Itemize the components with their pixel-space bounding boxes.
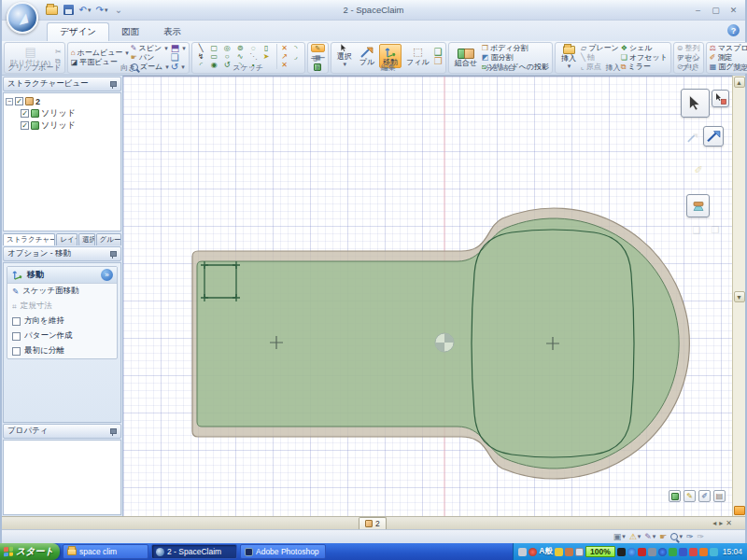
line-tool-icon[interactable] <box>195 44 207 52</box>
scroll-down-icon[interactable] <box>734 291 745 302</box>
tab-display[interactable]: 表示 <box>151 23 193 41</box>
measure-button[interactable]: 測定 <box>710 53 747 62</box>
view-box-button[interactable] <box>171 44 186 52</box>
tray-icon-keyboard[interactable] <box>518 548 527 556</box>
tab-groups[interactable]: グループ <box>96 233 121 245</box>
tab-structure-view[interactable]: ストラクチャービュー <box>3 233 55 245</box>
pan-status-button[interactable] <box>659 532 667 541</box>
tree-solid-row[interactable]: ✓ ソリッド <box>6 107 119 119</box>
pull-tool-float-button[interactable] <box>684 129 701 146</box>
tree-root-row[interactable]: − ✓ 2 <box>6 95 119 107</box>
fillet-tool-icon[interactable] <box>290 44 302 52</box>
pin-icon[interactable] <box>109 250 117 259</box>
polyline-tool-icon[interactable] <box>195 52 207 61</box>
annotate-mini-button[interactable] <box>698 490 711 502</box>
tray-icon-yellow[interactable] <box>555 548 563 556</box>
create-pattern-option[interactable]: パターン作成 <box>7 329 117 343</box>
view-stack-button[interactable] <box>171 53 186 62</box>
pin-icon[interactable] <box>109 80 117 89</box>
tab-drawing[interactable]: 図面 <box>109 23 151 41</box>
solid-checkbox[interactable]: ✓ <box>21 109 29 118</box>
chamfer-tool-icon[interactable] <box>290 52 302 61</box>
axis-button[interactable]: 軸 <box>581 53 619 62</box>
spin-status-button[interactable] <box>644 532 655 541</box>
replace-float-button[interactable] <box>707 221 724 238</box>
construction-circle-icon[interactable] <box>247 44 260 52</box>
circle-tool-icon[interactable] <box>221 44 233 52</box>
sketch-status-button[interactable] <box>686 532 694 541</box>
pen-tool-icon[interactable] <box>261 52 273 61</box>
construction-line-icon[interactable] <box>247 52 260 61</box>
spin-button[interactable]: スピン <box>131 44 169 52</box>
spline-tool-icon[interactable] <box>234 52 247 61</box>
sketch-move-option[interactable]: スケッチ面移動 <box>7 284 117 299</box>
start-button[interactable]: スタート <box>0 543 60 560</box>
tab-selection[interactable]: 選択 <box>78 233 95 245</box>
tray-icon-red[interactable] <box>529 548 537 556</box>
move-tool-float-button[interactable] <box>686 194 710 217</box>
keep-orientation-checkbox[interactable] <box>12 317 21 326</box>
split-tool-icon[interactable] <box>279 52 290 61</box>
tray-icon-redx[interactable] <box>689 548 698 556</box>
edit-sketch-mini-button[interactable] <box>684 490 696 502</box>
view-solid-mini-button[interactable] <box>669 490 681 502</box>
close-button[interactable] <box>726 4 741 16</box>
select-tool-float-button[interactable] <box>681 89 710 118</box>
tray-icon-green[interactable] <box>669 548 677 556</box>
canvas-vertical-scrollbar[interactable] <box>732 76 745 516</box>
document-tab[interactable]: 2 <box>359 517 387 529</box>
tree-solid-row[interactable]: ✓ ソリッド <box>6 119 119 132</box>
cylinder-tool-icon[interactable] <box>261 44 273 52</box>
sketch-mode-button[interactable] <box>311 44 325 52</box>
help-button[interactable] <box>727 24 740 36</box>
tab-layers[interactable]: レイヤ <box>56 233 78 245</box>
offset-button[interactable]: オフセット <box>621 53 668 62</box>
split-body-button[interactable]: ボディ分割 <box>482 44 549 52</box>
next-tab-button[interactable] <box>719 519 723 527</box>
customize-qat-button[interactable] <box>112 3 125 17</box>
detach-first-checkbox[interactable] <box>12 347 21 356</box>
tab-design[interactable]: デザイン <box>47 22 109 41</box>
corner-rectangle-icon[interactable] <box>208 52 220 61</box>
zoom-level-indicator[interactable]: 100% <box>585 546 615 557</box>
taskbar-clock[interactable]: 15:04 <box>723 547 742 556</box>
shell-button[interactable]: シェル <box>621 44 668 52</box>
tray-icon-orange[interactable] <box>699 548 708 556</box>
pan-button[interactable]: パン <box>131 53 169 62</box>
rectangle-tool-icon[interactable] <box>208 44 220 52</box>
split-face-button[interactable]: 面分割 <box>482 53 549 62</box>
open-button[interactable] <box>45 3 58 17</box>
create-pattern-checkbox[interactable] <box>12 332 21 341</box>
ellipse-tool-icon[interactable] <box>221 52 233 61</box>
fill-float-button[interactable] <box>688 221 705 238</box>
collapse-icon[interactable]: − <box>6 98 13 105</box>
pull-arrow-float-button[interactable] <box>703 126 724 147</box>
undo-button[interactable] <box>78 3 92 17</box>
tray-icon-silver[interactable] <box>648 548 656 556</box>
mass-properties-button[interactable]: マスプロパティ <box>710 44 747 52</box>
restore-button[interactable] <box>708 4 724 16</box>
align-button[interactable]: 整列 <box>677 44 700 52</box>
replace-button[interactable] <box>434 48 443 56</box>
scroll-up-icon[interactable] <box>734 77 745 88</box>
collapse-options-button[interactable] <box>101 269 113 281</box>
spaceclaim-logo-icon[interactable] <box>7 2 38 34</box>
design-canvas[interactable] <box>123 76 732 516</box>
taskbar-task-folder[interactable]: space clim <box>63 544 148 559</box>
tray-icon-cyan[interactable] <box>710 548 718 556</box>
prev-tab-button[interactable] <box>712 519 716 527</box>
redo-button[interactable] <box>95 3 108 17</box>
zoom-status-button[interactable] <box>670 533 683 540</box>
plane-button[interactable]: プレーン <box>581 44 619 52</box>
tray-icon-ati[interactable] <box>638 548 646 556</box>
cut-button[interactable] <box>55 48 62 56</box>
home-view-button[interactable]: ホームビュー <box>71 49 129 57</box>
trim-tool-icon[interactable] <box>279 44 290 52</box>
measure-float-button[interactable] <box>689 161 708 179</box>
warnings-status-button[interactable] <box>629 532 641 541</box>
tray-icon-bluetooth[interactable] <box>658 548 667 556</box>
detach-first-option[interactable]: 最初に分離 <box>7 343 117 358</box>
tray-icon-black[interactable] <box>617 548 626 556</box>
sketch-ghost-status-button[interactable] <box>697 532 704 541</box>
view-snapshot-status-button[interactable] <box>613 532 626 541</box>
